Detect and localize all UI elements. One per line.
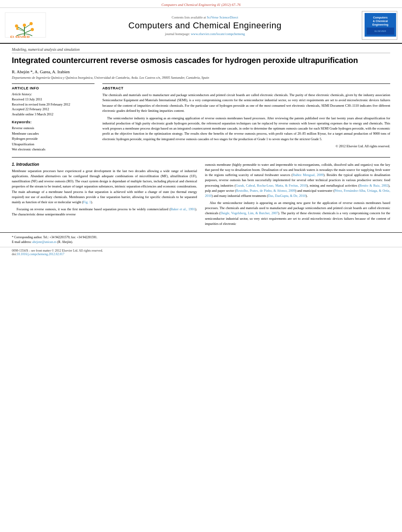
doi-label: doi: [12,252,17,256]
footer-bottom: 0098-1354/$ – see front matter © 2012 El… [0,247,402,258]
intro-para-2: Focusing on reverse osmosis, it was the … [12,207,197,217]
daigle-ref[interactable]: Daigle, Vogelsberg, Lim, & Butcher, 2007 [220,211,278,215]
page-wrapper: Computers and Chemical Engineering 41 (2… [0,0,402,258]
journal-title: Computers and Chemical Engineering [52,20,358,31]
journal-homepage: journal homepage: www.elsevier.com/locat… [52,32,358,36]
homepage-link[interactable]: www.elsevier.com/locate/compchemeng [191,32,245,36]
section-number: 1. [12,162,15,167]
abstract-column: ABSTRACT The chemicals and materials use… [102,83,390,152]
body-two-col: 1. Introduction Membrane separation proc… [12,162,390,228]
footer-area: * Corresponding author. Tel.: +34 942201… [0,232,402,247]
right-col-text: osmosis membrane (highly permeable to wa… [205,162,391,226]
article-info-title: ARTICLE INFO [12,86,94,90]
abstract-box: ABSTRACT The chemicals and materials use… [102,83,390,148]
right-para-2: Also the semiconductor industry is appea… [205,200,391,226]
keyword-4: Ultrapurification [12,142,94,147]
sciverse-line: Contents lists available at SciVerse Sci… [52,15,358,19]
keywords-title: Keywords: [12,120,94,124]
svg-text:ELSEVIER: ELSEVIER [374,30,386,32]
svg-text:& Chemical: & Chemical [373,20,388,22]
article-meta-section: ARTICLE INFO Article history: Received 1… [12,83,390,152]
abstract-title: ABSTRACT [102,86,390,90]
header-center: Contents lists available at SciVerse Sci… [48,15,362,36]
keywords-section: Keywords: Reverse osmosis Membrane casca… [12,120,94,152]
svg-point-6 [15,24,18,28]
elsevier-logo-svg: ELSEVIER [5,12,46,38]
keyword-2: Membrane cascades [12,131,94,137]
svg-text:Computers: Computers [373,16,388,19]
keyword-5: Wet electronic chemicals [12,147,94,152]
journal-logo-box: Computers & Chemical Engineering ELSEVIE… [362,11,397,40]
author-name-note: (R. Abejón). [57,240,73,244]
abstract-paragraph-2: The semiconductor industry is appearing … [102,116,390,142]
das-ref[interactable]: Das, DasGupta, & De, 2010 [268,194,306,198]
restolho-ref[interactable]: Restolho, Prates, de Pinho, & Afonso, 20… [236,189,295,193]
intro-para-1: Membrane separation processes have exper… [12,169,197,205]
article-info-box: ARTICLE INFO Article history: Received 1… [12,83,94,152]
email-label: E-mail address: [12,240,31,244]
intro-heading: 1. Introduction [12,162,197,167]
issn-line: 0098-1354/$ – see front matter © 2012 El… [12,249,103,252]
gurak-ref[interactable]: Gurak, Cabral, Rocha-Leao, Matta, & Frei… [236,184,307,187]
copyright-line: © 2012 Elsevier Ltd. All rights reserved… [102,144,390,148]
svg-point-7 [30,22,33,25]
author-email[interactable]: abejonr@unican.es [32,240,56,244]
keyword-3: Hydrogen peroxide [12,136,94,142]
sciverse-link[interactable]: SciVerse ScienceDirect [207,15,238,19]
svg-point-9 [16,28,19,30]
right-para-1: osmosis membrane (highly permeable to wa… [205,162,391,198]
header-section: ELSEVIER Contents lists available at Sci… [0,8,402,44]
doi-link[interactable]: 10.1016/j.compchemeng.2012.02.017 [17,252,64,256]
body-col-left: 1. Introduction Membrane separation proc… [12,162,197,228]
section-divider [12,157,390,158]
elsevier-logo-container: ELSEVIER [5,12,48,39]
svg-text:Engineering: Engineering [372,23,388,26]
available-online-date: Available online 3 March 2012 [12,112,94,117]
authors-line: R. Abejón *, A. Garea, A. Irabien [12,69,390,74]
top-bar: Computers and Chemical Engineering 41 (2… [0,0,402,8]
journal-cover-image: Computers & Chemical Engineering ELSEVIE… [365,13,396,37]
benito-ref[interactable]: Benito & Ruiz, 2002 [359,184,388,187]
section-title-text: Introduction [16,162,39,167]
baker-ref[interactable]: Baker et al., 1991 [170,207,195,211]
journal-logo-right: Computers & Chemical Engineering ELSEVIE… [362,11,397,40]
received-date: Received 13 July 2011 [12,97,94,102]
corresponding-author-note: * Corresponding author. Tel.: +34 942201… [12,235,390,245]
affiliation: Departamento de Ingeniería Química y Quí… [12,76,390,80]
content-area: Modeling, numerical analysis and simulat… [0,44,402,232]
accepted-date: Accepted 22 February 2012 [12,107,94,112]
svg-point-8 [31,28,34,31]
article-history: Article history: [12,92,94,97]
svg-point-10 [23,24,26,27]
journal-reference: Computers and Chemical Engineering 41 (2… [161,3,241,7]
received-revised-date: Received in revised form 20 February 201… [12,102,94,107]
ibanez-ref[interactable]: Ibáñez Mengual, 2009 [293,173,323,177]
abstract-paragraph-1: The chemicals and materials used to manu… [102,93,390,113]
abstract-text: The chemicals and materials used to manu… [102,93,390,142]
intro-body-text: Membrane separation processes have exper… [12,169,197,217]
article-title: Integrated countercurrent reverse osmosi… [12,56,390,65]
article-info-column: ARTICLE INFO Article history: Received 1… [12,83,94,152]
svg-text:ELSEVIER: ELSEVIER [10,35,30,38]
body-col-right: osmosis membrane (highly permeable to wa… [205,162,391,228]
keyword-1: Reverse osmosis [12,126,94,131]
fig1-ref[interactable]: Fig. 1 [83,200,91,204]
section-tag: Modeling, numerical analysis and simulat… [12,48,390,53]
